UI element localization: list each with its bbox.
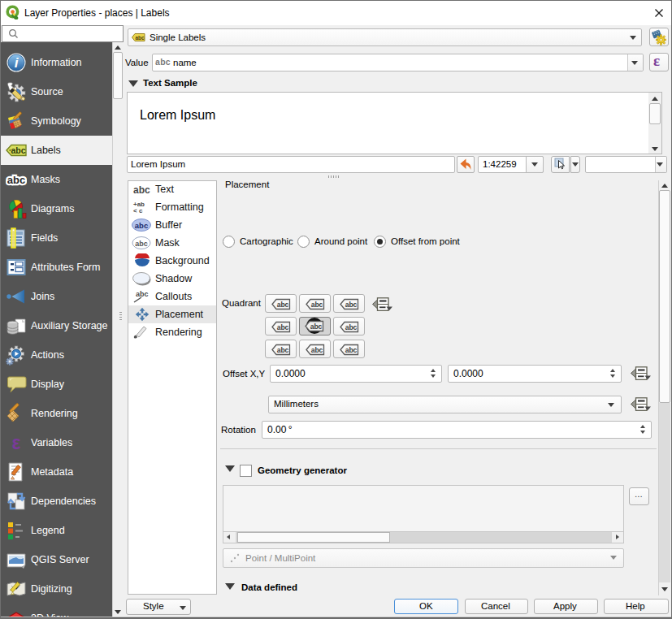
svg-text:abc: abc bbox=[310, 322, 323, 331]
svg-text:abc: abc bbox=[135, 35, 145, 41]
svg-text:abc: abc bbox=[277, 323, 289, 331]
svg-text:abc: abc bbox=[277, 301, 289, 309]
svg-text:ε: ε bbox=[12, 432, 21, 453]
svg-text:abc: abc bbox=[345, 323, 358, 331]
svg-text:< c: < c bbox=[133, 207, 143, 214]
svg-text:abc: abc bbox=[277, 346, 289, 354]
svg-text:abc: abc bbox=[7, 174, 25, 186]
svg-text:abc: abc bbox=[345, 346, 358, 354]
svg-text:abc: abc bbox=[136, 290, 149, 298]
svg-text:abc: abc bbox=[135, 240, 148, 248]
svg-text:abc: abc bbox=[311, 346, 323, 354]
svg-text:abc: abc bbox=[135, 221, 148, 230]
svg-text:abc: abc bbox=[311, 301, 323, 309]
svg-text:abc: abc bbox=[11, 145, 25, 155]
svg-text:abc: abc bbox=[345, 301, 358, 309]
svg-text:abc: abc bbox=[133, 184, 150, 196]
